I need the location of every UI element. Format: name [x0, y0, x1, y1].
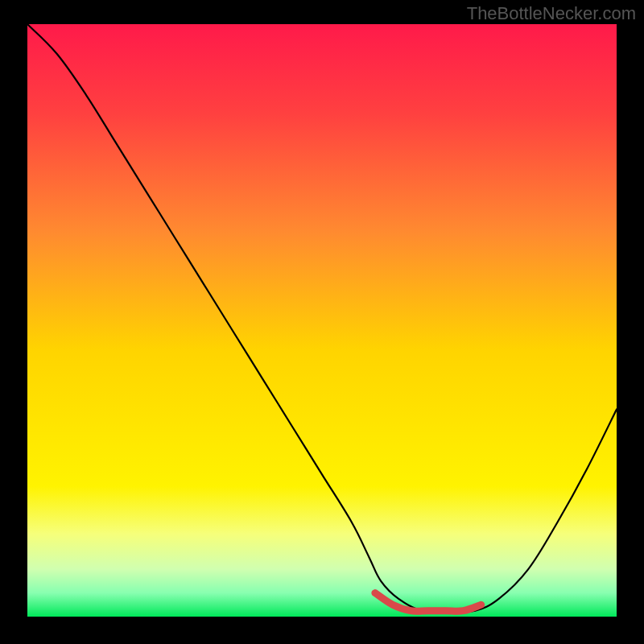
gradient-background [27, 24, 617, 617]
bottleneck-chart [27, 24, 617, 617]
chart-svg [27, 24, 617, 617]
watermark-text: TheBottleNecker.com [467, 3, 636, 24]
